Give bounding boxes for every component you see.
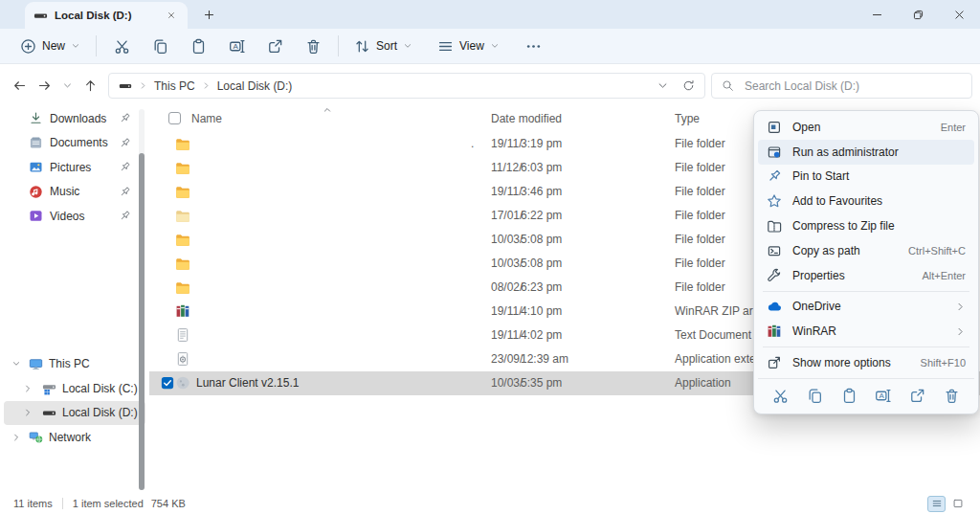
sidebar-item-local-disk-d[interactable]: Local Disk (D:)	[4, 401, 145, 426]
rename-button[interactable]: A	[875, 388, 891, 404]
pin-icon[interactable]	[119, 161, 131, 173]
rename-button[interactable]: A	[218, 33, 255, 59]
app-ext-icon	[175, 351, 190, 367]
view-button[interactable]: View	[429, 34, 508, 59]
close-button[interactable]	[939, 0, 980, 29]
menu-item-pin-to-start[interactable]: Pin to Start	[758, 165, 974, 190]
menu-item-onedrive[interactable]: OneDrive	[758, 295, 974, 320]
show-more-icon	[767, 355, 782, 370]
details-view-icon	[931, 498, 943, 509]
view-icon	[437, 38, 454, 55]
select-all-checkbox[interactable]	[168, 112, 181, 124]
delete-button[interactable]	[295, 33, 331, 59]
address-bar[interactable]: This PCLocal Disk (D:)	[108, 73, 705, 99]
minimize-icon	[871, 9, 883, 21]
sidebar-item-label: Documents	[50, 136, 108, 149]
file-type: File folder	[675, 137, 725, 150]
menu-item-shortcut: Enter	[941, 122, 966, 133]
sort-icon	[354, 38, 370, 55]
pin-icon[interactable]	[119, 186, 131, 198]
share-button[interactable]	[909, 388, 925, 404]
address-dropdown-icon[interactable]	[657, 79, 669, 92]
sidebar-item-this-pc[interactable]: This PC	[4, 352, 145, 377]
paste-button[interactable]	[180, 33, 216, 59]
menu-item-run-as-administrator[interactable]: Run as administrator	[758, 140, 974, 165]
new-button[interactable]: New	[11, 34, 89, 59]
sidebar-scrollbar[interactable]	[139, 109, 145, 490]
file-type: Application	[675, 376, 731, 390]
menu-item-add-to-favourites[interactable]: Add to Favourites	[758, 189, 974, 213]
explorer-tab[interactable]: Local Disk (D:)	[25, 2, 188, 29]
cut-button[interactable]	[103, 33, 140, 59]
sidebar-item-network[interactable]: Network	[4, 425, 145, 450]
navigation-bar: This PCLocal Disk (D:)	[0, 65, 980, 106]
sort-button[interactable]: Sort	[345, 34, 421, 59]
sidebar-item-pictures[interactable]: Pictures	[0, 155, 149, 180]
cut-button[interactable]	[772, 388, 789, 404]
sidebar-spacer	[0, 229, 149, 352]
share-button[interactable]	[256, 33, 293, 59]
column-header-type[interactable]: Type	[675, 112, 700, 125]
drive-icon	[119, 79, 132, 93]
status-divider	[62, 498, 63, 509]
sidebar-item-videos[interactable]: Videos	[0, 204, 149, 229]
menu-item-label: WinRAR	[792, 324, 945, 338]
details-view-button[interactable]	[927, 496, 946, 512]
folder-pale-icon	[175, 208, 190, 223]
back-button[interactable]	[8, 74, 31, 97]
chevron-right-icon[interactable]	[23, 408, 33, 417]
minimize-button[interactable]	[857, 0, 898, 29]
pin-icon[interactable]	[119, 112, 131, 124]
sidebar-item-music[interactable]: Music	[0, 180, 149, 205]
paste-button[interactable]	[841, 388, 858, 404]
sidebar-item-documents[interactable]: Documents	[0, 131, 149, 156]
large-icons-view-button[interactable]	[948, 496, 967, 512]
breadcrumb-local-disk-d[interactable]: Local Disk (D:)	[217, 79, 293, 93]
share-icon	[267, 38, 283, 55]
recent-locations-button[interactable]	[56, 74, 78, 97]
delete-button[interactable]	[944, 388, 960, 404]
menu-item-copy-as-path[interactable]: Copy as pathCtrl+Shift+C	[758, 238, 974, 263]
file-date-modified: 19/11/	[491, 137, 522, 150]
sidebar-item-downloads[interactable]: Downloads	[0, 106, 149, 131]
pin-icon[interactable]	[119, 210, 131, 222]
folder-icon	[175, 136, 190, 151]
copy-button[interactable]	[807, 388, 823, 404]
menu-item-show-more-options[interactable]: Show more optionsShift+F10	[758, 350, 974, 375]
search-box[interactable]	[711, 73, 972, 99]
menu-item-winrar[interactable]: WinRAR	[758, 319, 974, 344]
column-header-name[interactable]: Name	[191, 112, 222, 125]
file-time-modified: 5:08 pm	[521, 257, 562, 270]
winrar-icon	[767, 324, 782, 339]
more-options-button[interactable]	[516, 33, 552, 59]
menu-item-properties[interactable]: PropertiesAlt+Enter	[758, 263, 974, 288]
file-time-modified: 6:03 pm	[521, 161, 562, 174]
tab-close-icon[interactable]	[164, 8, 179, 23]
chevron-right-icon[interactable]	[23, 384, 33, 393]
up-button[interactable]	[78, 74, 101, 97]
column-header-date-modified[interactable]: Date modified	[491, 112, 562, 125]
menu-item-label: Add to Favourites	[792, 194, 966, 208]
videos-icon	[29, 209, 43, 223]
pin-icon[interactable]	[119, 137, 131, 149]
chevron-right-icon[interactable]	[11, 433, 21, 442]
maximize-button[interactable]	[898, 0, 939, 29]
chevron-down-icon[interactable]	[11, 359, 21, 369]
file-time-modified: 4:10 pm	[521, 304, 562, 318]
row-checkbox[interactable]	[161, 376, 174, 390]
search-icon	[722, 79, 734, 92]
sidebar-scrollbar-thumb[interactable]	[139, 153, 145, 490]
sidebar-item-local-disk-c[interactable]: Local Disk (C:)	[4, 376, 145, 401]
search-input[interactable]	[743, 78, 962, 94]
menu-item-open[interactable]: OpenEnter	[758, 115, 974, 140]
drive-icon	[33, 9, 48, 23]
file-type: File folder	[675, 161, 725, 174]
breadcrumb-this-pc[interactable]: This PC	[154, 79, 195, 93]
file-time-modified: 5:35 pm	[521, 376, 562, 390]
new-icon	[20, 38, 36, 55]
menu-item-compress-to-zip-file[interactable]: Compress to Zip file	[758, 213, 974, 238]
copy-button[interactable]	[142, 33, 178, 59]
new-tab-button[interactable]	[201, 7, 217, 23]
forward-button[interactable]	[33, 74, 56, 97]
refresh-icon[interactable]	[682, 79, 695, 92]
